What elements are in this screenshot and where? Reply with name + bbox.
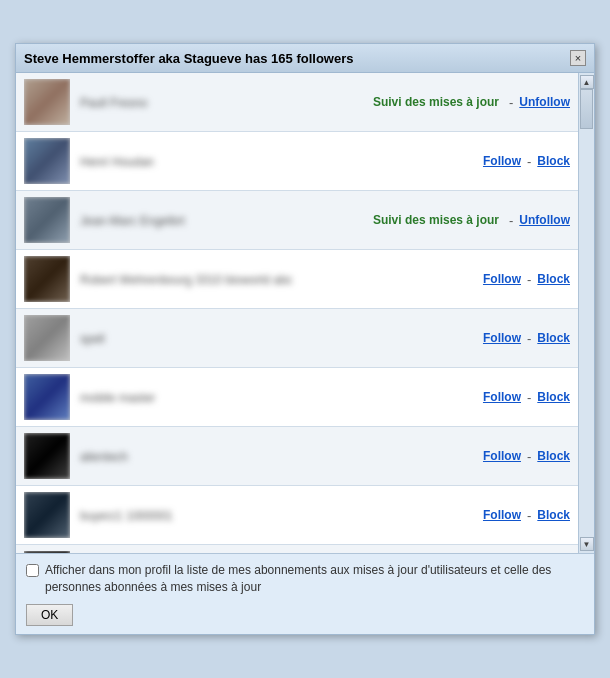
follower-actions: Follow - Block: [483, 449, 570, 464]
avatar: [24, 315, 70, 361]
follow-link[interactable]: Follow: [483, 508, 521, 522]
block-link[interactable]: Block: [537, 449, 570, 463]
unfollow-link[interactable]: Unfollow: [519, 95, 570, 109]
scrollbar-thumb[interactable]: [580, 89, 593, 129]
avatar: [24, 197, 70, 243]
follower-name: Paull Fresno: [80, 96, 147, 110]
separator: -: [509, 213, 513, 228]
follower-name: alientech: [80, 450, 128, 464]
follower-info: Paull Fresno: [80, 95, 373, 110]
follower-row: buyerz1 1000001Follow - Block: [16, 486, 578, 545]
avatar: [24, 138, 70, 184]
separator: -: [527, 449, 531, 464]
separator: -: [527, 390, 531, 405]
follower-row: Robert Wehrenbourg 3310 bioworld abcFoll…: [16, 250, 578, 309]
follower-name: Henri Houdan: [80, 155, 154, 169]
follower-name: spell: [80, 332, 105, 346]
follower-name: mobile master: [80, 391, 155, 405]
separator: -: [527, 154, 531, 169]
block-link[interactable]: Block: [537, 331, 570, 345]
checkbox-row: Afficher dans mon profil la liste de mes…: [26, 562, 584, 596]
avatar: [24, 551, 70, 553]
block-link[interactable]: Block: [537, 272, 570, 286]
follower-actions: Follow - Block: [483, 390, 570, 405]
follower-info: mobile master: [80, 390, 483, 405]
ok-button[interactable]: OK: [26, 604, 73, 626]
follower-row: spellFollow - Block: [16, 309, 578, 368]
profile-display-checkbox[interactable]: [26, 564, 39, 577]
follow-link[interactable]: Follow: [483, 449, 521, 463]
followers-dialog: Steve Hemmerstoffer aka Stagueve has 165…: [15, 43, 595, 635]
follower-actions: Follow - Block: [483, 508, 570, 523]
checkbox-label: Afficher dans mon profil la liste de mes…: [45, 562, 584, 596]
separator: -: [527, 331, 531, 346]
block-link[interactable]: Block: [537, 508, 570, 522]
follower-row: mobile masterFollow - Block: [16, 368, 578, 427]
scrollbar-up-button[interactable]: ▲: [580, 75, 594, 89]
close-button[interactable]: ×: [570, 50, 586, 66]
follower-info: alientech: [80, 449, 483, 464]
follower-actions: Suivi des mises à jour-Unfollow: [373, 95, 570, 110]
follower-row: alientechFollow - Block: [16, 427, 578, 486]
follow-link[interactable]: Follow: [483, 154, 521, 168]
follower-name: Jean-Marc Engelbrt: [80, 214, 185, 228]
follower-actions: Follow - Block: [483, 331, 570, 346]
avatar: [24, 492, 70, 538]
avatar: [24, 433, 70, 479]
follower-row: Henri HoudanFollow - Block: [16, 132, 578, 191]
follower-name: buyerz1 1000001: [80, 509, 173, 523]
scrollbar-track: ▲ ▼: [578, 73, 594, 553]
follower-info: spell: [80, 331, 483, 346]
follower-actions: Follow - Block: [483, 154, 570, 169]
follower-info: Henri Houdan: [80, 154, 483, 169]
avatar: [24, 256, 70, 302]
following-status: Suivi des mises à jour: [373, 95, 499, 109]
followers-list[interactable]: Paull FresnoSuivi des mises à jour-Unfol…: [16, 73, 578, 553]
follower-actions: Follow - Block: [483, 272, 570, 287]
block-link[interactable]: Block: [537, 390, 570, 404]
follower-row: Jean-Marc EngelbrtSuivi des mises à jour…: [16, 191, 578, 250]
scrollbar-thumb-area: [579, 89, 594, 537]
following-status: Suivi des mises à jour: [373, 213, 499, 227]
follow-link[interactable]: Follow: [483, 331, 521, 345]
dialog-body: Paull FresnoSuivi des mises à jour-Unfol…: [16, 73, 594, 553]
dialog-titlebar: Steve Hemmerstoffer aka Stagueve has 165…: [16, 44, 594, 73]
follower-row: Paull FresnoSuivi des mises à jour-Unfol…: [16, 73, 578, 132]
separator: -: [509, 95, 513, 110]
follow-link[interactable]: Follow: [483, 390, 521, 404]
separator: -: [527, 508, 531, 523]
follow-link[interactable]: Follow: [483, 272, 521, 286]
unfollow-link[interactable]: Unfollow: [519, 213, 570, 227]
scrollbar-down-button[interactable]: ▼: [580, 537, 594, 551]
follower-name: Robert Wehrenbourg 3310 bioworld abc: [80, 273, 293, 287]
follower-info: Robert Wehrenbourg 3310 bioworld abc: [80, 272, 483, 287]
follower-info: buyerz1 1000001: [80, 508, 483, 523]
block-link[interactable]: Block: [537, 154, 570, 168]
separator: -: [527, 272, 531, 287]
dialog-footer: Afficher dans mon profil la liste de mes…: [16, 553, 594, 634]
avatar: [24, 374, 70, 420]
follower-row: supertech hommeSuivi des mises à jour-Un…: [16, 545, 578, 553]
avatar: [24, 79, 70, 125]
dialog-title: Steve Hemmerstoffer aka Stagueve has 165…: [24, 51, 353, 66]
follower-actions: Suivi des mises à jour-Unfollow: [373, 213, 570, 228]
follower-info: Jean-Marc Engelbrt: [80, 213, 373, 228]
